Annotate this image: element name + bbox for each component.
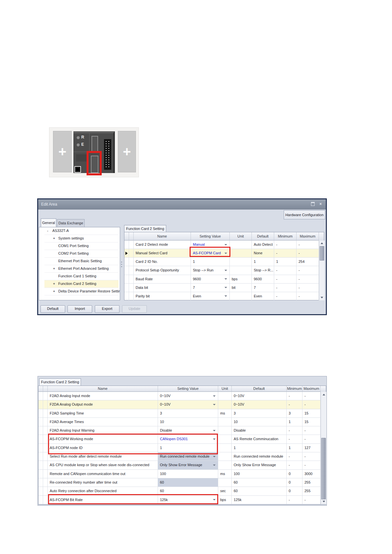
connector-pins [108,141,109,168]
tree-expand-icon[interactable]: + [53,235,58,242]
function-card-2-setting-tab[interactable]: Function Card 2 Setting [124,225,166,232]
scroll-down-icon[interactable] [319,295,325,300]
table-row[interactable]: Card 2 ID No.111254 [124,258,324,266]
minimum-cell: 1 [287,418,302,426]
minimum-cell: - [274,292,297,301]
setting-value-dropdown[interactable]: 60 [158,478,218,487]
tree-expand-icon[interactable]: + [53,280,58,287]
tab-general[interactable]: General [41,218,56,227]
setting-value-dropdown[interactable]: Manual [191,240,230,249]
setting-name: F2DA Analog Output mode [48,400,158,409]
column-header: Name [48,386,158,392]
module-divider [89,133,90,152]
unit-cell: sec [218,487,232,495]
setting-value-dropdown[interactable]: Only Show Error Message [158,461,218,469]
table-row[interactable]: Baud Rate9600bps9600-- [124,275,324,284]
scroll-up-icon[interactable] [321,392,327,397]
default-cell: 1 [252,258,274,266]
row-indicator [39,487,43,495]
table-row[interactable]: F2AD Analog Input mode0~10V0~10V-- [39,392,326,400]
table-scrollbar[interactable] [319,240,325,300]
scroll-down-icon[interactable] [321,499,327,504]
tree-item[interactable]: +Ethernet Port Advanced Setting [44,265,118,273]
setting-value-dropdown[interactable]: 1 [158,444,218,452]
function-card-2-setting-tab[interactable]: Function Card 2 Setting [39,378,81,386]
tree-expand-icon[interactable]: + [53,265,58,272]
default-cell: None [252,249,274,258]
table-row[interactable]: Card 2 Detect modeManualAuto Detect-- [124,240,324,249]
tree-item[interactable]: -AS332T-A [44,227,118,235]
tree-item[interactable]: Ethernet Port Basic Setting [44,258,118,265]
minimize-button[interactable] [310,202,315,206]
tree-item[interactable]: COM2 Port Setting [44,250,118,258]
setting-value-dropdown[interactable]: Even [191,292,230,301]
tree-expand-icon[interactable]: - [47,227,52,234]
setting-value-dropdown[interactable]: 10 [158,418,218,426]
tree-item-label: Ethernet Port Advanced Setting [58,266,109,270]
setting-value-dropdown[interactable]: 9600 [191,275,230,284]
table-row[interactable]: AS CPU module keep or Stop when slave no… [39,461,326,469]
table-row[interactable]: F2AD Sampling Time3ms3315 [39,409,326,418]
row-indicator [129,284,134,292]
tree-item[interactable]: COM1 Port Setting [44,242,118,250]
row-indicator [43,461,48,469]
tree-expand-icon[interactable]: + [53,288,58,295]
default-button[interactable]: Default [40,305,65,313]
panel-splitter-handle[interactable] [120,259,122,270]
minimum-cell: 0 [287,470,302,478]
export-button[interactable]: Export [95,305,119,313]
setting-value-dropdown[interactable]: 3 [158,409,218,418]
maximum-cell: - [297,249,319,258]
table-row[interactable]: Remote and CANopen communication time ou… [39,470,326,478]
minimum-cell: - [287,496,302,504]
table-row[interactable]: Auto Retry connection after Disconnected… [39,487,326,495]
table-row[interactable]: AS-FCOPM node ID111127 [39,444,326,452]
setting-value-dropdown[interactable]: 1 [191,258,230,266]
row-indicator [39,444,43,452]
unit-cell: ms [218,470,232,478]
scrollbar-thumb[interactable] [321,438,326,499]
setting-value-dropdown[interactable]: Disable [158,426,218,435]
tree-item[interactable]: +Delta Device Parameter Restore Setting [44,288,118,295]
setting-name: Protocol Setup Opportunity [134,266,191,275]
table-row[interactable]: F2DA Analog Output mode0~10V0~10V-- [39,400,326,409]
table-row[interactable]: Parity bitEvenEven-- [124,292,324,301]
table-row[interactable]: Manual Select CardAS-FCOPM CardNone-- [124,249,324,258]
tab-data-exchange[interactable]: Data Exchange [57,219,85,227]
setting-value-dropdown[interactable]: CANopen DS301 [158,435,218,443]
setting-value-dropdown[interactable]: 125k [158,496,218,504]
table-row[interactable]: Re-connected Retry number after time out… [39,478,326,487]
setting-value-dropdown[interactable]: Stop --> Run [191,266,230,275]
setting-value-dropdown[interactable]: 7 [191,284,230,292]
table-row[interactable]: F2AD Analog Input WarningDisableDisable-… [39,426,326,435]
maximum-cell: - [297,240,319,249]
scrollbar-thumb[interactable] [320,246,324,261]
table-scrollbar[interactable] [321,392,327,504]
setting-value-dropdown[interactable]: AS-FCOPM Card [191,249,230,258]
minimum-cell: - [287,461,302,469]
tree-item[interactable]: +System settings [44,235,118,242]
minimum-cell: - [274,284,297,292]
setting-name: F2AD Sampling Time [48,409,158,418]
setting-value-dropdown[interactable]: 0~10V [158,392,218,400]
column-header: Setting Value [158,386,218,392]
setting-value-dropdown[interactable]: Run connected remote module [158,452,218,461]
row-indicator [43,392,48,400]
maximum-cell: - [302,400,321,409]
table-row[interactable]: F2AD Average Times1010115 [39,418,326,426]
table-row[interactable]: Protocol Setup OpportunityStop --> RunSt… [124,266,324,275]
setting-value-dropdown[interactable]: 0~10V [158,400,218,409]
table-row[interactable]: Select Run mode after detect remote modu… [39,452,326,461]
setting-name: Parity bit [134,292,191,301]
scroll-up-icon[interactable] [319,240,325,246]
table-row[interactable]: AS-FCOPM Working modeCANopen DS301AS Rem… [39,435,326,443]
hardware-configuration-tab[interactable]: Hardware Configuration [284,210,325,219]
import-button[interactable]: Import [67,305,92,313]
table-row[interactable]: AS-FCOPM Bit Rate125kbps125k-- [39,496,326,504]
tree-item[interactable]: +Function Card 2 Setting [44,280,118,288]
table-row[interactable]: Data bit7bit7-- [124,284,324,292]
tree-item[interactable]: Function Card 1 Setting [44,273,118,280]
close-button[interactable]: × [318,202,323,206]
setting-value-dropdown[interactable]: 100 [158,470,218,478]
setting-value-dropdown[interactable]: 60 [158,487,218,495]
